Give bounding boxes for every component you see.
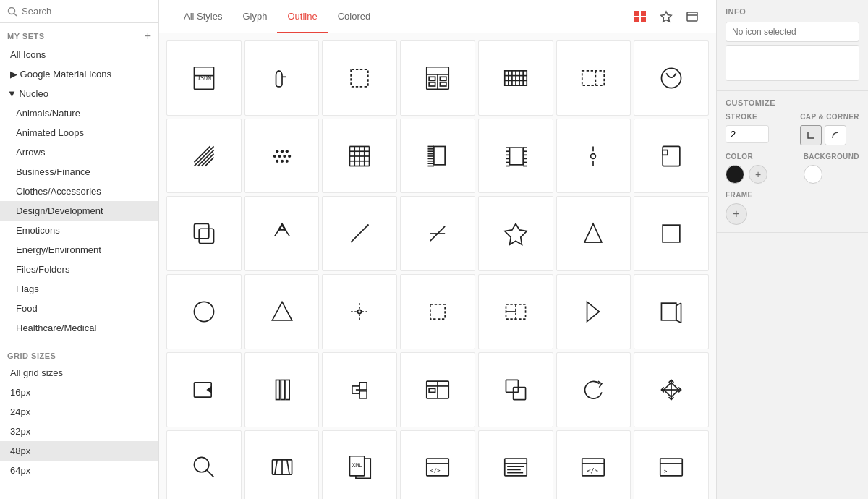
tab-all-styles[interactable]: All Styles bbox=[174, 1, 232, 33]
sidebar-item-48px[interactable]: 48px bbox=[0, 441, 158, 461]
svg-rect-18 bbox=[429, 82, 435, 86]
svg-marker-107 bbox=[587, 302, 600, 321]
tab-glyph[interactable]: Glyph bbox=[232, 1, 277, 33]
icon-cell[interactable] bbox=[166, 196, 242, 271]
icon-cell[interactable] bbox=[478, 430, 553, 499]
background-swatch-white[interactable] bbox=[804, 165, 822, 184]
icon-cell[interactable] bbox=[244, 40, 320, 116]
icon-cell[interactable] bbox=[400, 119, 475, 194]
icon-cell[interactable] bbox=[166, 352, 242, 427]
icon-cell[interactable] bbox=[322, 40, 397, 116]
icon-cell[interactable] bbox=[322, 196, 397, 271]
sidebar-item-all-icons[interactable]: All Icons bbox=[0, 45, 158, 64]
svg-line-134 bbox=[274, 460, 276, 474]
sidebar-item-google[interactable]: ▶ Google Material Icons bbox=[0, 64, 158, 84]
icon-cell[interactable] bbox=[556, 40, 631, 116]
stroke-input[interactable]: 2 bbox=[726, 125, 769, 143]
icon-cell[interactable] bbox=[634, 40, 709, 116]
info-section: INFO bbox=[717, 0, 868, 91]
svg-line-109 bbox=[676, 303, 681, 305]
icon-cell[interactable] bbox=[634, 196, 709, 271]
cap-corner-col: CAP & CORNER bbox=[800, 113, 859, 145]
icon-cell[interactable] bbox=[478, 40, 553, 116]
sidebar-item-nucleo[interactable]: ▼ Nucleo bbox=[0, 84, 158, 103]
icon-cell[interactable] bbox=[478, 352, 553, 427]
sidebar-item-files[interactable]: Files/Folders bbox=[0, 260, 158, 279]
icon-cell[interactable] bbox=[322, 352, 397, 427]
sidebar-item-16px[interactable]: 16px bbox=[0, 383, 158, 402]
add-set-button[interactable]: + bbox=[145, 30, 151, 42]
color-swatch-black[interactable] bbox=[726, 165, 744, 184]
icon-cell[interactable]: JSON bbox=[166, 40, 242, 116]
sidebar-item-clothes[interactable]: Clothes/Accessories bbox=[0, 182, 158, 201]
icon-cell[interactable] bbox=[166, 274, 242, 349]
icon-name-input[interactable] bbox=[726, 22, 859, 42]
icon-cell[interactable] bbox=[244, 352, 320, 427]
icon-cell[interactable]: XML bbox=[322, 430, 397, 499]
sidebar-item-animated[interactable]: Animated Loops bbox=[0, 123, 158, 142]
favorites-button[interactable] bbox=[657, 7, 676, 26]
customize-section: CUSTOMIZE STROKE 2 CAP & CORNER bbox=[717, 91, 868, 233]
icon-cell[interactable] bbox=[478, 119, 553, 194]
search-icon bbox=[7, 7, 17, 17]
svg-line-1 bbox=[14, 13, 17, 16]
sidebar-item-food[interactable]: Food bbox=[0, 299, 158, 318]
svg-rect-29 bbox=[582, 71, 604, 85]
icon-cell[interactable] bbox=[556, 352, 631, 427]
sidebar: MY SETS + All Icons ▶ Google Material Ic… bbox=[0, 0, 159, 499]
sidebar-item-flags[interactable]: Flags bbox=[0, 279, 158, 299]
svg-rect-86 bbox=[194, 224, 208, 239]
icon-cell[interactable] bbox=[166, 430, 242, 499]
sidebar-item-energy[interactable]: Energy/Environment bbox=[0, 240, 158, 260]
sidebar-item-24px[interactable]: 24px bbox=[0, 402, 158, 422]
icon-cell[interactable] bbox=[244, 196, 320, 271]
tab-colored[interactable]: Colored bbox=[328, 1, 381, 33]
svg-rect-87 bbox=[199, 229, 213, 244]
sidebar-item-design[interactable]: Design/Development bbox=[0, 201, 158, 221]
sidebar-item-32px[interactable]: 32px bbox=[0, 422, 158, 441]
icon-cell[interactable] bbox=[634, 352, 709, 427]
icon-cell[interactable] bbox=[400, 352, 475, 427]
icon-cell[interactable] bbox=[166, 119, 242, 194]
icon-cell[interactable] bbox=[478, 196, 553, 271]
icon-cell[interactable] bbox=[244, 430, 320, 499]
sidebar-item-arrows[interactable]: Arrows bbox=[0, 142, 158, 162]
sidebar-item-healthcare[interactable]: Healthcare/Medical bbox=[0, 318, 158, 338]
icon-cell[interactable] bbox=[244, 119, 320, 194]
icon-cell[interactable] bbox=[556, 274, 631, 349]
window-button[interactable] bbox=[683, 7, 702, 26]
sidebar-item-business[interactable]: Business/Finance bbox=[0, 162, 158, 182]
stroke-row: STROKE 2 CAP & CORNER bbox=[726, 113, 859, 145]
svg-text:</>: </> bbox=[430, 467, 441, 474]
grid-view-button[interactable] bbox=[631, 7, 650, 26]
svg-rect-128 bbox=[513, 387, 525, 399]
sidebar-item-all-sizes[interactable]: All grid sizes bbox=[0, 363, 158, 383]
cap-round-button[interactable] bbox=[825, 125, 846, 145]
frame-add-button[interactable]: + bbox=[726, 203, 747, 225]
icon-cell[interactable] bbox=[244, 274, 320, 349]
icon-cell[interactable] bbox=[634, 274, 709, 349]
icon-cell[interactable] bbox=[478, 274, 553, 349]
icon-cell[interactable] bbox=[634, 119, 709, 194]
sidebar-item-emoticons[interactable]: Emoticons bbox=[0, 221, 158, 240]
svg-line-136 bbox=[286, 460, 289, 474]
icon-cell[interactable] bbox=[322, 274, 397, 349]
cap-square-button[interactable] bbox=[800, 125, 822, 145]
search-input[interactable] bbox=[22, 6, 151, 17]
icon-cell[interactable] bbox=[322, 119, 397, 194]
icon-cell[interactable]: </> bbox=[556, 430, 631, 499]
icon-cell[interactable] bbox=[556, 196, 631, 271]
grid-sizes-label: GRID SIZES bbox=[7, 351, 56, 360]
icon-cell[interactable]: >_ bbox=[634, 430, 709, 499]
sidebar-item-animals[interactable]: Animals/Nature bbox=[0, 103, 158, 123]
star-icon bbox=[660, 10, 673, 23]
color-add-button[interactable]: + bbox=[749, 165, 767, 184]
icon-cell[interactable] bbox=[400, 40, 475, 116]
icon-cell[interactable]: </> bbox=[400, 430, 475, 499]
svg-rect-57 bbox=[434, 146, 445, 164]
tab-outline[interactable]: Outline bbox=[277, 1, 327, 33]
icon-cell[interactable] bbox=[556, 119, 631, 194]
icon-cell[interactable] bbox=[400, 274, 475, 349]
sidebar-item-64px[interactable]: 64px bbox=[0, 461, 158, 480]
icon-cell[interactable] bbox=[400, 196, 475, 271]
